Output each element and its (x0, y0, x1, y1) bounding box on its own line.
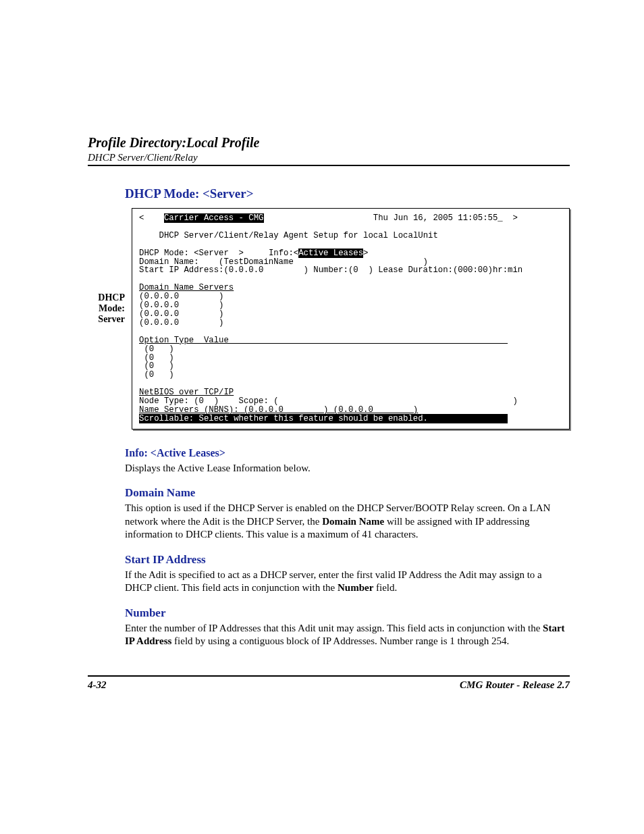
terminal-datetime: Thu Jun 16, 2005 11:05:55_ (373, 213, 503, 223)
number-heading: Number (125, 606, 570, 621)
margin-label-l1: DHCP (88, 292, 125, 303)
margin-label-l3: Server (88, 314, 125, 325)
margin-label: DHCP Mode: Server (88, 208, 125, 429)
info-text: Displays the Active Lease Information be… (125, 462, 570, 475)
header-subtitle: DHCP Server/Client/Relay (88, 152, 570, 163)
info-label: Info:< (269, 249, 298, 258)
netbios-heading: NetBIOS over TCP/IP (139, 388, 234, 397)
dns-heading: Domain Name Servers (139, 283, 234, 292)
startip-heading: Start IP Address (125, 552, 570, 567)
page-number: 4-32 (88, 679, 107, 691)
terminal-subtitle: DHCP Server/Client/Relay Agent Setup for… (159, 231, 438, 240)
dhcp-mode-line: DHCP Mode: <Server > (139, 249, 244, 258)
info-close: > (363, 249, 368, 258)
domain-heading: Domain Name (125, 486, 570, 500)
nbns-line: Name Servers (NBNS): (0.0.0.0 ) (0.0.0.0… (139, 405, 418, 415)
number-text: Enter the number of IP Addresses that th… (125, 622, 570, 648)
dns4: (0.0.0.0 ) (139, 318, 223, 328)
status-line: Scrollable: Select whether this feature … (139, 414, 508, 423)
domain-text: This option is used if the DHCP Server i… (125, 502, 570, 542)
page-footer: 4-32 CMG Router - Release 2.7 (88, 675, 570, 691)
opt2: (0 ) (139, 353, 174, 363)
page-header: Profile Directory:Local Profile DHCP Ser… (88, 135, 570, 166)
opt4: (0 ) (139, 370, 174, 380)
dns3: (0.0.0.0 ) (139, 309, 223, 319)
dns1: (0.0.0.0 ) (139, 292, 223, 301)
header-title: Profile Directory:Local Profile (88, 135, 570, 151)
opt3: (0 ) (139, 361, 174, 371)
terminal-screenshot: < Carrier Access - CMG Thu Jun 16, 2005 … (132, 208, 570, 429)
startip-text: If the Adit is specified to act as a DHC… (125, 569, 570, 595)
footer-right: CMG Router - Release 2.7 (460, 679, 570, 691)
info-value: Active Leases (298, 249, 363, 258)
terminal-title: Carrier Access - CMG (164, 213, 264, 223)
section-heading: DHCP Mode: <Server> (125, 186, 570, 201)
terminal-content: < Carrier Access - CMG Thu Jun 16, 2005 … (139, 214, 562, 423)
node-type-line: Node Type: (0 ) Scope: ( ) (139, 396, 518, 406)
info-heading: Info: <Active Leases> (125, 446, 570, 461)
margin-label-l2: Mode: (88, 303, 125, 314)
start-ip-line: Start IP Address:(0.0.0.0 ) Number:(0 ) … (139, 265, 522, 275)
option-heading: Option Type Value (139, 336, 508, 345)
opt1: (0 ) (139, 344, 174, 354)
domain-name-line: Domain Name: (TestDomainName ) (139, 257, 428, 267)
dns2: (0.0.0.0 ) (139, 301, 223, 310)
